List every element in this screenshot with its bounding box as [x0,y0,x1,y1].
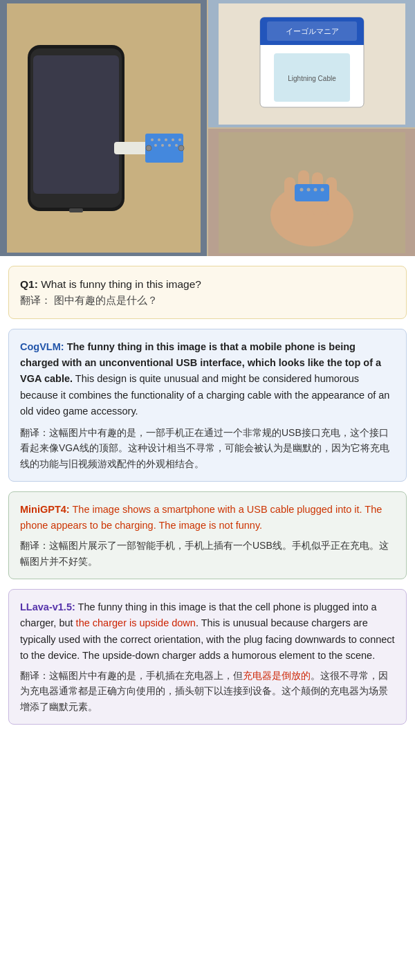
hand-svg [219,132,405,253]
svg-point-14 [175,144,178,147]
svg-rect-32 [295,184,329,201]
svg-point-13 [168,144,171,147]
svg-point-16 [178,145,184,151]
llava-card: LLava-v1.5: The funny thing in this imag… [8,589,407,725]
svg-point-7 [158,138,160,141]
cogvlm-label: CogVLM: [20,341,64,352]
svg-point-12 [161,144,164,147]
svg-point-15 [146,145,151,151]
product-package-image: イーゴルマニア Lightning Cable [208,0,415,127]
cogvlm-translation: 翻译：这幅图片中有趣的是，一部手机正在通过一个非常规的USB接口充电，这个接口看… [20,425,395,471]
question-translation: 翻译： 图中有趣的点是什么？ [20,295,158,306]
question-card: Q1: What is funny thing in this image? 翻… [8,266,407,319]
cogvlm-main-text: CogVLM: The funny thing in this image is… [20,339,395,419]
svg-text:イーゴルマニア: イーゴルマニア [285,27,338,35]
llava-translation-start: 翻译：这幅图片中有趣的是，手机插在充电器上，但 [20,670,243,681]
image-collage: イーゴルマニア Lightning Cable [0,0,415,256]
minigpt4-translation: 翻译：这幅图片展示了一部智能手机，手机上插有一个USB线。手机似乎正在充电。这幅… [20,538,395,569]
llava-label: LLava-v1.5: [20,601,75,612]
svg-point-34 [306,188,310,191]
svg-point-35 [313,188,317,191]
cogvlm-normal: This design is quite unusual and might b… [20,373,389,416]
llava-translation-red: 充电器是倒放的 [243,670,311,681]
svg-point-33 [299,188,303,191]
question-label: Q1: [20,278,38,290]
svg-point-11 [154,144,157,147]
svg-text:Lightning Cable: Lightning Cable [288,75,336,82]
svg-rect-17 [69,208,83,212]
svg-point-6 [151,138,154,141]
package-svg: イーゴルマニア Lightning Cable [219,3,405,125]
svg-point-10 [178,138,181,141]
minigpt4-label: MiniGPT4: [20,504,70,515]
minigpt4-body: The image shows a smartphone with a USB … [20,504,382,531]
llava-main-text: LLava-v1.5: The funny thing in this imag… [20,599,395,664]
svg-point-9 [172,138,174,141]
minigpt4-main-text: MiniGPT4: The image shows a smartphone w… [20,502,395,534]
main-image [0,0,207,256]
translation-body: 图中有趣的点是什么？ [54,295,158,306]
svg-rect-28 [284,177,295,215]
question-body: What is funny thing in this image? [41,278,201,290]
hand-image [208,129,415,256]
question-text: Q1: What is funny thing in this image? 翻… [20,276,395,309]
phone-cable-svg [7,3,201,253]
cogvlm-card: CogVLM: The funny thing in this image is… [8,329,407,482]
llava-translation: 翻译：这幅图片中有趣的是，手机插在充电器上，但充电器是倒放的。这很不寻常，因为充… [20,668,395,714]
svg-rect-3 [33,55,119,194]
translation-label: 翻译： [20,295,51,306]
llava-body-red: the charger is upside down [76,617,196,628]
svg-point-36 [320,188,324,191]
minigpt4-card: MiniGPT4: The image shows a smartphone w… [8,491,407,579]
svg-point-8 [165,138,167,141]
